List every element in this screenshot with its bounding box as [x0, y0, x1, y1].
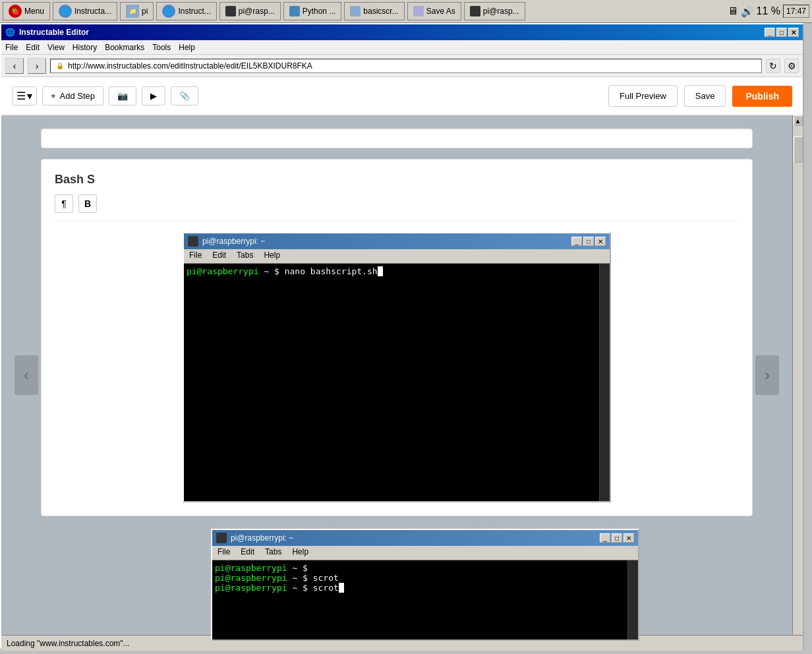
terminal-line-1: pi@raspberrypi ~ $	[215, 563, 625, 573]
terminal-command-top: nano bashscript.sh	[285, 266, 378, 276]
right-arrow-icon: ›	[765, 366, 770, 384]
python-icon	[289, 6, 300, 16]
list-style-dropdown[interactable]: ☰ ▾	[12, 86, 37, 105]
terminal-menubar-top: File Edit Tabs Help	[184, 249, 610, 264]
terminal-titlebar-bottom: pi@raspberrypi: ~ _ □ ✕	[212, 530, 638, 546]
terminal-icon-2	[470, 6, 480, 16]
step-card-tools: ¶ B	[55, 194, 739, 222]
scroll-thumb[interactable]	[794, 136, 803, 163]
address-bar[interactable]: 🔒 http://www.instructables.com/editInstr…	[50, 59, 762, 73]
taskbar-terminal2-label: pi@rasp...	[483, 7, 519, 16]
step-title: Bash S	[55, 173, 95, 187]
taskbar-pi[interactable]: 📁 pi	[120, 2, 154, 20]
publish-button[interactable]: Publish	[732, 86, 792, 107]
terminal-content-top: pi@raspberrypi ~ $ nano bashscript.sh	[187, 266, 607, 276]
term-bot-edit[interactable]: Edit	[241, 547, 254, 558]
editor-toolbar: ☰ ▾ + Add Step 📷 ▶ 📎 Full Preview Save P…	[1, 77, 803, 115]
term-bot-tabs[interactable]: Tabs	[265, 547, 281, 558]
terminal-cursor-top	[378, 266, 383, 276]
taskbar: 🍓 Menu 🌐 Instructa... 📁 pi 🌐 Instruct...…	[0, 0, 812, 23]
menu-help[interactable]: Help	[179, 43, 195, 52]
terminal-close-bottom[interactable]: ✕	[624, 533, 634, 543]
terminal-line-2: pi@raspberrypi ~ $ scrot	[215, 573, 625, 583]
terminal-window-controls-bottom: _ □ ✕	[600, 533, 634, 543]
taskbar-saveas-label: Save As	[426, 7, 455, 16]
term-menu-tabs[interactable]: Tabs	[237, 251, 253, 262]
close-button[interactable]: ✕	[788, 28, 799, 37]
left-arrow-icon: ‹	[24, 366, 29, 384]
maximize-button[interactable]: □	[776, 28, 787, 37]
clock-display: 17:47	[783, 5, 809, 18]
attach-button[interactable]: 📎	[171, 86, 198, 105]
browser-toolbar: ‹ › 🔒 http://www.instructables.com/editI…	[1, 55, 803, 77]
terminal-titlebar-top: pi@raspberrypi: ~ _ □ ✕	[184, 233, 610, 249]
add-step-button[interactable]: + Add Step	[42, 86, 103, 105]
terminal-icon-1	[225, 6, 236, 16]
prompt-3: pi@raspberrypi	[215, 583, 287, 593]
terminal-minimize-top[interactable]: _	[571, 237, 582, 246]
terminal-maximize-top[interactable]: □	[583, 237, 594, 246]
nav-arrow-right[interactable]: ›	[755, 355, 779, 395]
taskbar-basicscr[interactable]: basicscr...	[344, 2, 404, 20]
browser-app-icon: 🌐	[5, 28, 15, 37]
paperclip-icon: 📎	[179, 91, 190, 101]
taskbar-python[interactable]: Python ...	[283, 2, 342, 20]
terminal-line-3: pi@raspberrypi ~ $ scrot	[215, 583, 625, 593]
term-menu-help[interactable]: Help	[264, 251, 280, 262]
menu-edit[interactable]: Edit	[26, 43, 40, 52]
menu-bookmarks[interactable]: Bookmarks	[105, 43, 144, 52]
terminal-title-text-top: pi@raspberrypi: ~	[202, 237, 265, 246]
forward-button[interactable]: ›	[28, 58, 46, 74]
taskbar-browser2-label: Instruct...	[178, 7, 210, 16]
play-icon: ▶	[150, 91, 157, 101]
taskbar-saveas[interactable]: Save As	[407, 2, 461, 20]
folder-icon: 📁	[126, 5, 139, 18]
editor-toolbar-right: Full Preview Save Publish	[608, 85, 792, 107]
video-button[interactable]: ▶	[142, 86, 165, 105]
prompt-2: pi@raspberrypi	[215, 573, 287, 583]
nav-arrow-left[interactable]: ‹	[14, 355, 38, 395]
minimize-button[interactable]: _	[765, 28, 775, 37]
terminal-scrollbar-bottom[interactable]	[627, 560, 638, 639]
paragraph-icon[interactable]: ¶	[55, 194, 73, 213]
cmd-2: ~ $ scrot	[287, 573, 339, 583]
page-icon: 🔒	[55, 61, 65, 71]
bold-button[interactable]: B	[78, 194, 97, 213]
term-menu-edit[interactable]: Edit	[212, 251, 226, 262]
term-bot-help[interactable]: Help	[292, 547, 308, 558]
globe-icon-1: 🌐	[59, 5, 72, 18]
full-preview-button[interactable]: Full Preview	[608, 85, 678, 107]
menu-file[interactable]: File	[5, 43, 18, 52]
browser-window-controls: _ □ ✕	[765, 28, 799, 37]
camera-button[interactable]: 📷	[109, 86, 136, 105]
editor-scrollbar[interactable]: ▲	[792, 115, 803, 635]
terminal-window-top: pi@raspberrypi: ~ _ □ ✕ File Edit Tabs	[183, 232, 611, 502]
settings-button[interactable]: ⚙	[784, 59, 799, 73]
url-text: http://www.instructables.com/editInstruc…	[68, 61, 312, 71]
taskbar-terminal2[interactable]: pi@rasp...	[464, 2, 525, 20]
menu-history[interactable]: History	[72, 43, 97, 52]
taskbar-pi-label: pi	[142, 7, 148, 16]
taskbar-terminal1[interactable]: pi@rasp...	[219, 2, 281, 20]
taskbar-menu[interactable]: 🍓 Menu	[3, 2, 50, 20]
taskbar-browser1-label: Instructa...	[74, 7, 111, 16]
terminal-scrollbar-top[interactable]	[599, 264, 610, 501]
taskbar-terminal1-label: pi@rasp...	[239, 7, 275, 16]
back-button[interactable]: ‹	[5, 58, 24, 74]
terminal-maximize-bottom[interactable]: □	[612, 533, 622, 543]
refresh-button[interactable]: ↻	[766, 59, 780, 73]
taskbar-browser1[interactable]: 🌐 Instructa...	[53, 2, 117, 20]
term-bot-file[interactable]: File	[218, 547, 230, 558]
save-button[interactable]: Save	[684, 85, 726, 107]
menu-view[interactable]: View	[47, 43, 65, 52]
term-menu-file[interactable]: File	[189, 251, 202, 262]
scroll-up-btn[interactable]: ▲	[794, 115, 803, 126]
terminal-minimize-bottom[interactable]: _	[600, 533, 610, 543]
network-icon: 🖥	[728, 5, 738, 17]
terminal-app-icon-bottom	[216, 533, 227, 543]
terminal-close-top[interactable]: ✕	[595, 237, 606, 246]
menu-tools[interactable]: Tools	[152, 43, 171, 52]
add-step-label: Add Step	[60, 91, 96, 101]
terminal-body-top: pi@raspberrypi ~ $ nano bashscript.sh	[184, 264, 610, 501]
taskbar-browser2[interactable]: 🌐 Instruct...	[156, 2, 216, 20]
